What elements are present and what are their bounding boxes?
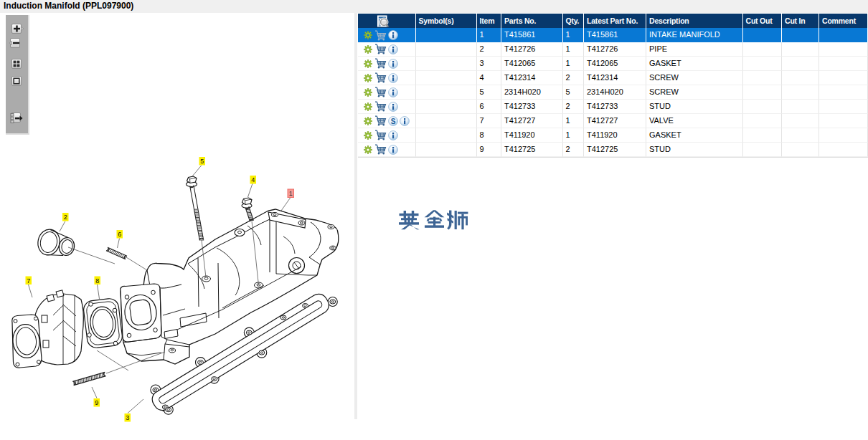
svg-text:6: 6 [118, 231, 121, 238]
svg-text:8: 8 [95, 277, 99, 284]
svg-text:4: 4 [251, 176, 255, 183]
svg-text:S: S [391, 117, 396, 125]
svg-text:5: 5 [200, 158, 204, 165]
svg-text:7: 7 [27, 277, 30, 284]
svg-text:2: 2 [64, 214, 67, 221]
svg-text:9: 9 [95, 399, 98, 406]
svg-text:1: 1 [289, 190, 293, 197]
svg-text:3: 3 [126, 414, 129, 421]
